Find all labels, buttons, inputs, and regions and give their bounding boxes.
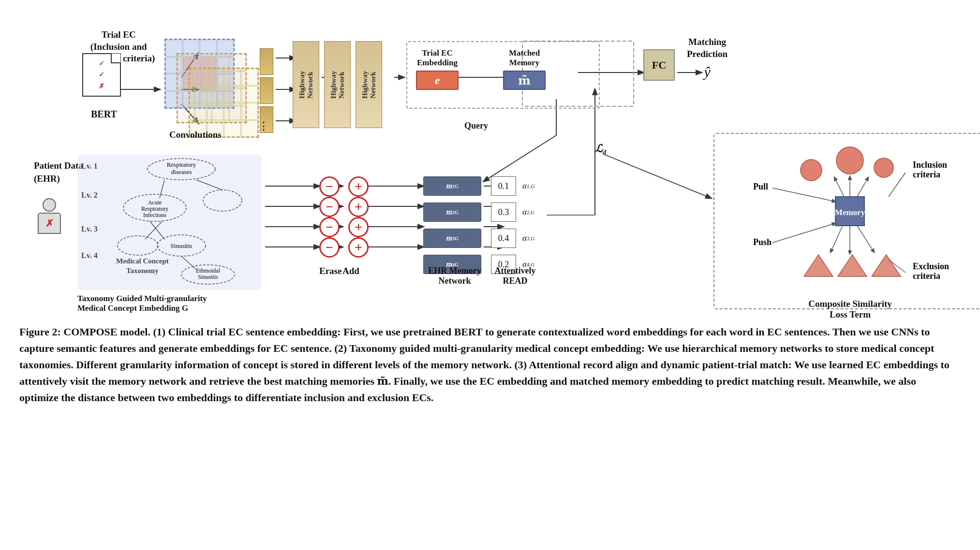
svg-text:criteria: criteria xyxy=(913,170,940,179)
taxonomy-area: Lv. 1 Lv. 2 Lv. 3 Lv. 4 Respiratory dise… xyxy=(77,155,261,290)
svg-text:Infections: Infections xyxy=(143,212,166,218)
svg-point-57 xyxy=(874,158,893,177)
alpha-box-3: 0.4 xyxy=(491,229,516,248)
composite-title: Composite SimilarityLoss Term xyxy=(714,299,980,320)
conv-cell xyxy=(241,69,258,86)
svg-line-39 xyxy=(160,180,164,198)
matched-memory-label: MatchedMemory xyxy=(503,48,546,68)
mem-network-rows: m1G m2G m3G m4G xyxy=(423,176,481,274)
document-icon: ✓ ✓ ✗ xyxy=(82,53,121,97)
svg-line-63 xyxy=(834,177,844,197)
svg-point-56 xyxy=(801,159,822,181)
svg-line-65 xyxy=(857,177,868,197)
op-row-3: − + xyxy=(319,217,369,237)
op-row-1: − + xyxy=(319,176,369,197)
mem-row-1: m1G xyxy=(423,176,481,196)
dots-label: ⋮ xyxy=(258,120,269,132)
query-label: Query xyxy=(464,121,488,131)
conv-cell xyxy=(207,103,224,120)
conv-cell xyxy=(190,69,207,86)
figure-caption: Figure 2: COMPOSE model. (1) Clinical tr… xyxy=(19,324,958,406)
yhat-symbol: ŷ xyxy=(687,64,728,80)
conv-cell xyxy=(207,86,224,103)
svg-text:Sinusitis: Sinusitis xyxy=(198,274,218,280)
alpha-boxes: 0.1 0.3 0.4 0.2 xyxy=(491,176,516,274)
minus-icon-3: − xyxy=(319,217,340,237)
svg-text:criteria: criteria xyxy=(913,271,940,281)
minus-icon-1: − xyxy=(319,176,340,197)
taxonomy-g-label2: Medical Concept Embedding G xyxy=(77,304,188,313)
filter-shape-1 xyxy=(260,48,273,75)
convolutions-label: Convolutions xyxy=(169,130,222,140)
composite-sim-svg: Memory Inclusion criteria Exclusion crit… xyxy=(714,134,980,293)
highway-section: HighwayNetwork HighwayNetwork HighwayNet… xyxy=(293,41,382,128)
bert-label: BERT xyxy=(91,109,117,120)
alpha-labels: α1,G α2,G α3,G α4,G xyxy=(522,176,535,274)
svg-line-35 xyxy=(605,155,711,198)
minus-icon-4: − xyxy=(319,237,340,258)
alpha-box-1: 0.1 xyxy=(491,176,516,196)
mem-row-3: m3G xyxy=(423,229,481,248)
fc-box: FC xyxy=(643,49,675,81)
conv-area: ⋮ Convolutions xyxy=(164,34,276,140)
taxonomy-g-label: Taxonomy Guided Multi-granularity xyxy=(77,294,207,304)
svg-line-46 xyxy=(150,221,164,239)
svg-line-68 xyxy=(857,226,874,252)
plus-icon-2: + xyxy=(348,197,369,217)
med-concept-label: Medical ConceptTaxonomy xyxy=(116,257,169,275)
svg-text:Push: Push xyxy=(753,237,772,247)
matched-memory-wrapper: MatchedMemory m̃ xyxy=(503,48,546,90)
conv-cell xyxy=(224,86,241,103)
op-row-2: − + xyxy=(319,197,369,217)
alpha-label-3: α3,G xyxy=(522,229,535,248)
svg-text:Respiratory: Respiratory xyxy=(167,161,196,168)
conv-cell xyxy=(224,120,241,137)
matching-pred-label: MatchingPrediction xyxy=(687,36,728,60)
ld-label: ℒd xyxy=(595,143,606,157)
plus-icon-4: + xyxy=(348,237,369,258)
lv1-label: Lv. 1 xyxy=(81,162,98,171)
highway-2: HighwayNetwork xyxy=(324,41,351,128)
svg-marker-61 xyxy=(838,255,867,276)
svg-line-45 xyxy=(196,180,223,190)
cross-icon: ✗ xyxy=(99,82,104,90)
svg-line-77 xyxy=(772,188,835,202)
svg-point-54 xyxy=(118,236,158,255)
conv-cell xyxy=(224,103,241,120)
op-row-4: − + xyxy=(319,237,369,258)
svg-marker-60 xyxy=(804,255,833,276)
alpha-label-2: α2,G xyxy=(522,203,535,222)
svg-text:diseases: diseases xyxy=(171,168,192,175)
alpha-label-1: α1,G xyxy=(522,176,535,196)
embedding-wrapper: Trial ECEmbedding e xyxy=(416,48,459,90)
lv2-label: Lv. 2 xyxy=(81,191,98,200)
plus-icon-1: + xyxy=(348,176,369,197)
conv-cell xyxy=(207,69,224,86)
conv-cell xyxy=(190,103,207,120)
svg-text:Ethmoidal: Ethmoidal xyxy=(196,267,221,274)
svg-line-53 xyxy=(145,221,162,239)
embedding-box: e xyxy=(416,71,459,90)
conv-cell xyxy=(190,86,207,103)
add-label: Add xyxy=(342,266,359,276)
svg-line-15 xyxy=(484,135,556,181)
person-icon: ✗ xyxy=(38,198,61,234)
composite-sim-panel: Memory Inclusion criteria Exclusion crit… xyxy=(713,133,980,309)
conv-cell xyxy=(224,69,241,86)
conv-grid-bot xyxy=(189,68,259,138)
svg-text:Sinusitis: Sinusitis xyxy=(171,242,193,249)
highway-1: HighwayNetwork xyxy=(293,41,319,128)
plus-icon-3: + xyxy=(348,217,369,237)
svg-text:Pull: Pull xyxy=(753,182,768,191)
conv-cell xyxy=(241,86,258,103)
alpha-box-2: 0.3 xyxy=(491,203,516,222)
svg-text:Exclusion: Exclusion xyxy=(913,261,949,271)
highway-3: HighwayNetwork xyxy=(356,41,382,128)
svg-line-78 xyxy=(772,223,835,243)
lv3-label: Lv. 3 xyxy=(81,225,98,233)
diagram-area: Trial EC (Inclusion and Exclusion criter… xyxy=(19,14,961,314)
svg-line-49 xyxy=(181,256,196,269)
matching-prediction: MatchingPrediction ŷ xyxy=(687,36,728,80)
conv-cell xyxy=(241,103,258,120)
svg-text:Memory: Memory xyxy=(835,208,865,217)
